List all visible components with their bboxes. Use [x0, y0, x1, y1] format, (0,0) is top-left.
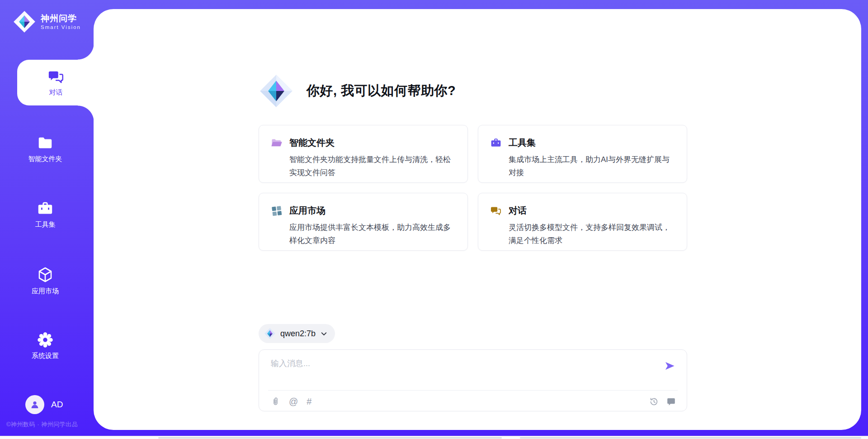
sidebar-item-settings[interactable]: 系统设置: [0, 331, 90, 361]
window-scrollbar[interactable]: [0, 436, 868, 439]
send-icon[interactable]: [664, 360, 676, 372]
card-description: 智能文件夹功能支持批量文件上传与清洗，轻松实现文件问答: [289, 153, 458, 179]
card-description: 应用市场提供丰富长文本模板，助力高效生成多样化文章内容: [289, 221, 458, 247]
paperclip-icon[interactable]: [271, 397, 280, 406]
folder-icon: [37, 134, 54, 152]
card-smart-folder[interactable]: 智能文件夹 智能文件夹功能支持批量文件上传与清洗，轻松实现文件问答: [259, 125, 468, 183]
card-title: 智能文件夹: [289, 137, 335, 149]
sidebar-item-label: 智能文件夹: [28, 155, 62, 163]
model-diamond-icon: [264, 328, 276, 339]
sidebar-item-label: 应用市场: [32, 287, 59, 296]
chat-icon: [490, 205, 502, 217]
card-toolbox[interactable]: 工具集 集成市场上主流工具，助力AI与外界无缝扩展与对接: [478, 125, 687, 183]
chevron-down-icon: [320, 330, 328, 338]
active-tab-fillet-bottom: [78, 105, 94, 122]
card-description: 集成市场上主流工具，助力AI与外界无缝扩展与对接: [509, 153, 678, 179]
cube-icon: [36, 266, 54, 284]
brand-name: 神州问学: [41, 13, 81, 24]
avatar: [25, 395, 44, 414]
greeting-diamond-icon: [259, 73, 294, 109]
history-icon[interactable]: [649, 397, 659, 406]
gear-icon: [37, 331, 54, 348]
user-profile[interactable]: AD: [25, 395, 63, 414]
composer-divider: [268, 390, 678, 391]
sidebar-item-label: 工具集: [35, 220, 56, 229]
message-input[interactable]: [271, 358, 655, 385]
card-title: 对话: [509, 205, 527, 217]
brand-subtitle: Smart Vision: [41, 24, 81, 31]
card-chat[interactable]: 对话 灵活切换多模型文件，支持多样回复效果调试，满足个性化需求: [478, 193, 687, 251]
chat-icon: [47, 68, 65, 86]
briefcase-icon: [490, 137, 502, 149]
card-title: 工具集: [509, 137, 536, 149]
sidebar-item-toolbox[interactable]: 工具集: [0, 200, 90, 230]
composer-toolbar: @ #: [271, 396, 676, 407]
sidebar-item-smart-folder[interactable]: 智能文件夹: [0, 134, 90, 164]
sidebar-item-label: 对话: [49, 88, 63, 97]
folder-open-icon: [271, 137, 283, 149]
greeting: 你好, 我可以如何帮助你?: [259, 73, 456, 109]
sidebar-footer-text: ©神州数码 · 神州问学出品: [6, 420, 78, 429]
sidebar-item-label: 系统设置: [32, 352, 59, 360]
shortcut-cards: 智能文件夹 智能文件夹功能支持批量文件上传与清洗，轻松实现文件问答 工具集 集成…: [259, 125, 687, 251]
greeting-title: 你好, 我可以如何帮助你?: [307, 82, 456, 100]
card-description: 灵活切换多模型文件，支持多样回复效果调试，满足个性化需求: [509, 221, 678, 247]
toolbox-icon: [37, 200, 54, 217]
message-composer: @ #: [259, 349, 687, 411]
user-name: AD: [51, 400, 63, 410]
model-selector[interactable]: qwen2:7b: [259, 324, 335, 343]
grid-cube-icon: [271, 205, 283, 217]
brand-logo: 神州问学 Smart Vision: [13, 10, 81, 33]
at-icon[interactable]: @: [289, 397, 298, 406]
chat-bubble-icon[interactable]: [666, 397, 676, 406]
card-app-market[interactable]: 应用市场 应用市场提供丰富长文本模板，助力高效生成多样化文章内容: [259, 193, 468, 251]
model-name: qwen2:7b: [280, 329, 316, 339]
brand-diamond-icon: [13, 10, 36, 33]
sidebar-item-app-market[interactable]: 应用市场: [0, 266, 90, 296]
card-title: 应用市场: [289, 205, 326, 217]
sidebar-item-chat[interactable]: 对话: [17, 60, 94, 105]
active-tab-fillet-top: [78, 43, 94, 60]
hash-icon[interactable]: #: [307, 397, 311, 406]
